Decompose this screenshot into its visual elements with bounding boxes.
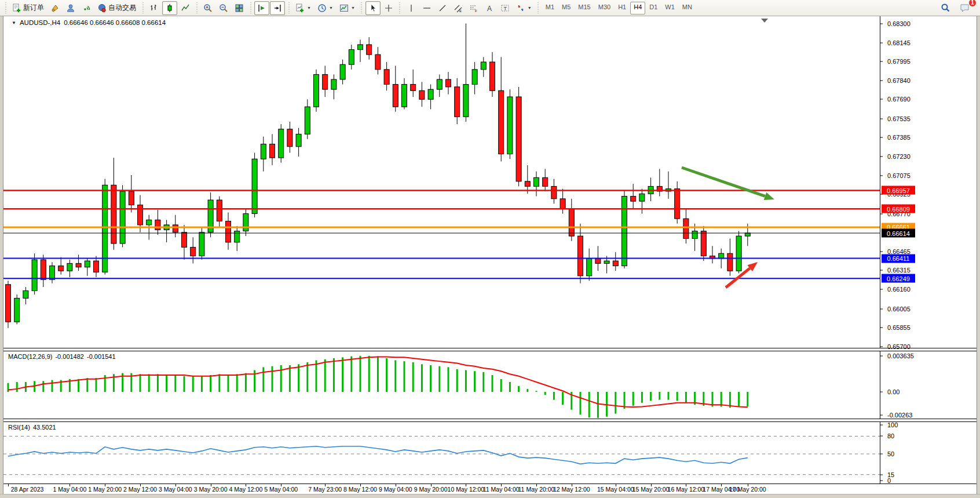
horizontal-line-button[interactable] [419, 1, 434, 15]
signals-button[interactable] [79, 1, 94, 15]
bear-candle[interactable] [375, 54, 381, 70]
bull-candle[interactable] [534, 177, 539, 186]
vertical-line-button[interactable] [404, 1, 419, 15]
bull-candle[interactable] [314, 74, 319, 107]
bull-candle[interactable] [147, 220, 152, 225]
bull-candle[interactable] [23, 291, 28, 299]
bear-candle[interactable] [543, 177, 548, 186]
zoom-in-button[interactable] [200, 1, 215, 15]
chart-shift-button[interactable] [270, 1, 285, 15]
timeframe-H1[interactable]: H1 [615, 2, 630, 14]
bear-candle[interactable] [138, 205, 143, 225]
bear-candle[interactable] [490, 62, 495, 90]
bear-candle[interactable] [525, 181, 530, 187]
bull-candle[interactable] [279, 129, 284, 158]
line-chart-button[interactable] [178, 1, 193, 15]
arrows-button[interactable]: ▼ [513, 1, 535, 15]
bear-candle[interactable] [551, 186, 557, 198]
price-axis[interactable]: 0.683000.681450.679950.678400.676900.675… [884, 16, 977, 348]
bull-candle[interactable] [331, 79, 337, 89]
fibonacci-button[interactable]: F [466, 1, 481, 15]
bear-candle[interactable] [6, 285, 11, 322]
bull-candle[interactable] [50, 266, 55, 280]
styler-button[interactable] [47, 1, 63, 15]
crosshair-button[interactable] [381, 1, 396, 15]
bear-candle[interactable] [287, 129, 292, 147]
bear-candle[interactable] [76, 263, 81, 267]
bull-candle[interactable] [252, 159, 257, 213]
timeframe-W1[interactable]: W1 [661, 2, 678, 14]
timeframe-MN[interactable]: MN [679, 2, 696, 14]
tile-windows-button[interactable] [232, 1, 247, 15]
bear-candle[interactable] [94, 261, 99, 272]
bull-candle[interactable] [736, 236, 741, 271]
cursor-button[interactable] [365, 1, 381, 15]
green-trend-arrow[interactable] [682, 168, 774, 200]
timeframe-M30[interactable]: M30 [595, 2, 614, 14]
periods-button[interactable]: ▼ [315, 1, 336, 15]
bull-candle[interactable] [358, 45, 363, 50]
candlestick-chart-button[interactable] [162, 1, 177, 15]
bear-candle[interactable] [675, 189, 680, 219]
bear-candle[interactable] [683, 219, 689, 238]
bull-candle[interactable] [103, 185, 108, 272]
bull-candle[interactable] [639, 194, 645, 201]
bull-candle[interactable] [463, 85, 469, 117]
rsi-axis[interactable]: 1008050150 [884, 422, 977, 484]
bear-candle[interactable] [411, 85, 416, 91]
bull-candle[interactable] [305, 107, 310, 134]
bear-candle[interactable] [323, 74, 328, 89]
text-label-button[interactable]: T [498, 1, 513, 15]
bear-candle[interactable] [446, 79, 451, 87]
bear-candle[interactable] [499, 90, 504, 154]
chart-menu-icon[interactable]: ▼ [12, 20, 16, 26]
templates-button[interactable]: ▼ [337, 1, 358, 15]
timeframe-M15[interactable]: M15 [575, 2, 594, 14]
bull-candle[interactable] [428, 89, 433, 99]
timeframe-M1[interactable]: M1 [542, 2, 558, 14]
shift-marker-icon[interactable] [761, 19, 768, 23]
bear-candle[interactable] [631, 197, 636, 202]
bull-candle[interactable] [692, 231, 697, 239]
indicators-button[interactable]: ▼ [292, 1, 314, 15]
bear-candle[interactable] [516, 97, 521, 181]
timeframe-D1[interactable]: D1 [646, 2, 661, 14]
notifications-button[interactable]: 1 [957, 1, 973, 15]
bull-candle[interactable] [472, 70, 477, 85]
bear-candle[interactable] [182, 232, 187, 248]
bull-candle[interactable] [719, 253, 724, 259]
bear-candle[interactable] [569, 209, 574, 236]
bear-candle[interactable] [191, 247, 196, 256]
bull-candle[interactable] [32, 260, 37, 291]
bear-candle[interactable] [455, 87, 460, 117]
bear-candle[interactable] [613, 261, 618, 266]
bear-candle[interactable] [155, 220, 160, 230]
bull-candle[interactable] [622, 197, 627, 266]
bear-candle[interactable] [419, 90, 425, 99]
bear-candle[interactable] [384, 70, 389, 85]
search-button[interactable] [938, 1, 953, 15]
bull-candle[interactable] [402, 85, 407, 107]
bear-candle[interactable] [129, 191, 134, 205]
bull-candle[interactable] [437, 79, 442, 89]
bull-candle[interactable] [507, 97, 513, 154]
price-chart-plot[interactable] [3, 16, 880, 348]
bull-candle[interactable] [235, 231, 240, 242]
bear-candle[interactable] [111, 185, 116, 243]
bar-chart-button[interactable] [147, 1, 162, 15]
bear-candle[interactable] [393, 85, 398, 107]
bear-candle[interactable] [701, 231, 706, 256]
bull-candle[interactable] [85, 261, 90, 267]
bear-candle[interactable] [727, 253, 733, 271]
profile-button[interactable] [63, 1, 78, 15]
bear-candle[interactable] [41, 260, 46, 279]
zoom-out-button[interactable] [216, 1, 231, 15]
bear-candle[interactable] [58, 266, 64, 271]
bull-candle[interactable] [340, 64, 345, 79]
timeframe-H4[interactable]: H4 [630, 2, 645, 14]
bear-candle[interactable] [560, 199, 565, 209]
time-axis[interactable]: 28 Apr 20231 May 04:001 May 20:002 May 1… [3, 484, 977, 494]
bull-candle[interactable] [481, 62, 486, 70]
bull-candle[interactable] [14, 298, 20, 322]
bull-candle[interactable] [587, 259, 592, 276]
